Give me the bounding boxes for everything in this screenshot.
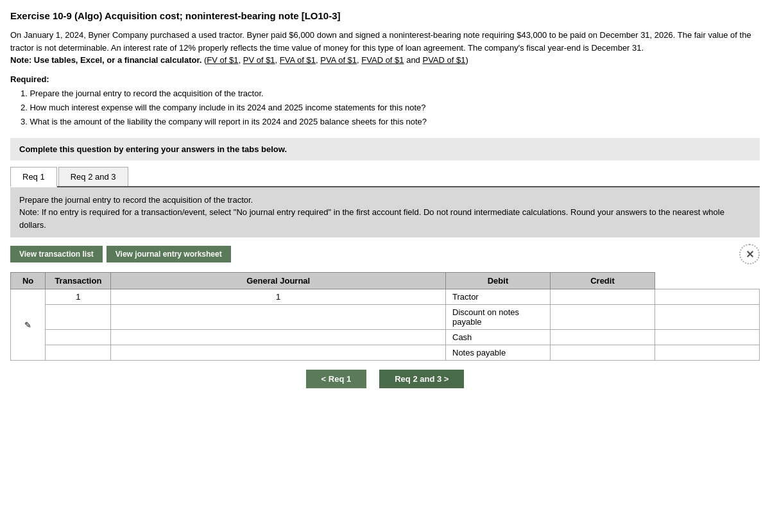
table-row: Cash (11, 330, 760, 345)
journal-table: No Transaction General Journal Debit Cre… (10, 272, 760, 361)
account-cell[interactable]: Tractor (446, 289, 551, 305)
req-item-3: 3. What is the amount of the liability t… (21, 115, 760, 129)
col-header-no: No (11, 273, 46, 289)
fva-link[interactable]: FVA of $1 (280, 55, 316, 65)
pv-link[interactable]: PV of $1 (243, 55, 275, 65)
description-paragraph: On January 1, 2024, Byner Company purcha… (10, 30, 751, 53)
col-header-credit: Credit (550, 273, 654, 289)
fv-link[interactable]: FV of $1 (207, 55, 238, 65)
note-bold: Note: Use tables, Excel, or a financial … (10, 55, 201, 65)
next-req2and3-button[interactable]: Req 2 and 3 > (379, 370, 464, 388)
credit-cell[interactable] (654, 345, 759, 361)
table-row: Notes payable (11, 345, 760, 361)
debit-cell[interactable] (550, 345, 654, 361)
row-no (46, 345, 111, 361)
account-cell[interactable]: Notes payable (446, 345, 551, 361)
pva-link[interactable]: PVA of $1 (320, 55, 357, 65)
description-text: On January 1, 2024, Byner Company purcha… (10, 29, 760, 67)
account-cell[interactable]: Discount on notes payable (446, 305, 551, 330)
row-trans (111, 305, 446, 330)
view-journal-entry-worksheet-button[interactable]: View journal entry worksheet (107, 246, 231, 262)
complete-banner: Complete this question by entering your … (10, 138, 760, 160)
instruction-line1: Prepare the journal entry to record the … (19, 195, 253, 205)
debit-cell[interactable] (550, 305, 654, 330)
pencil-icon[interactable]: ✎ (11, 289, 46, 361)
tab-req2and3[interactable]: Req 2 and 3 (58, 167, 128, 186)
page-title: Exercise 10-9 (Algo) Acquisition cost; n… (10, 10, 760, 21)
tab-req1[interactable]: Req 1 (10, 167, 57, 187)
view-transaction-list-button[interactable]: View transaction list (10, 246, 103, 262)
row-no (46, 305, 111, 330)
close-icon[interactable]: ✕ (739, 244, 760, 264)
row-trans: 1 (111, 289, 446, 305)
account-cell[interactable]: Cash (446, 330, 551, 345)
row-trans (111, 330, 446, 345)
row-no: 1 (46, 289, 111, 305)
col-header-transaction: Transaction (46, 273, 111, 289)
req-item-1: 1. Prepare the journal entry to record t… (21, 87, 760, 101)
action-buttons-row: View transaction list View journal entry… (10, 244, 760, 264)
row-trans (111, 345, 446, 361)
pvad-link[interactable]: PVAD of $1 (422, 55, 465, 65)
table-links: (FV of $1, PV of $1, FVA of $1, PVA of $… (204, 55, 468, 65)
required-section: Required: 1. Prepare the journal entry t… (10, 74, 760, 129)
prev-req1-button[interactable]: < Req 1 (306, 370, 367, 388)
table-row: ✎11Tractor (11, 289, 760, 305)
fvad-link[interactable]: FVAD of $1 (361, 55, 404, 65)
instruction-line2: Note: If no entry is required for a tran… (19, 207, 724, 230)
credit-cell[interactable] (654, 330, 759, 345)
debit-cell[interactable] (550, 330, 654, 345)
col-header-general-journal: General Journal (111, 273, 446, 289)
required-label: Required: (10, 74, 760, 84)
credit-cell[interactable] (654, 305, 759, 330)
row-no (46, 330, 111, 345)
col-header-debit: Debit (446, 273, 551, 289)
instruction-text: Prepare the journal entry to record the … (10, 187, 760, 238)
table-row: Discount on notes payable (11, 305, 760, 330)
req-item-2: 2. How much interest expense will the co… (21, 101, 760, 115)
debit-cell[interactable] (550, 289, 654, 305)
credit-cell[interactable] (654, 289, 759, 305)
tabs-container: Req 1 Req 2 and 3 (10, 167, 760, 187)
bottom-nav: < Req 1 Req 2 and 3 > (10, 366, 760, 392)
